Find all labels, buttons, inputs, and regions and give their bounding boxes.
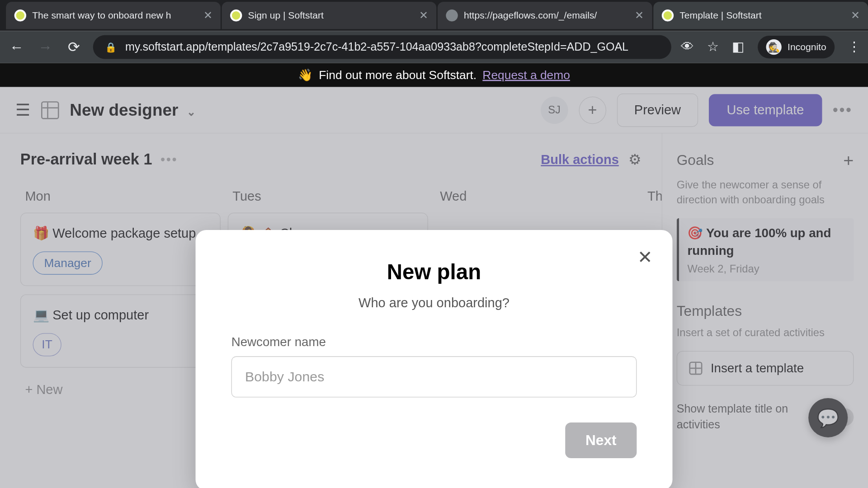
next-button[interactable]: Next — [565, 422, 637, 458]
modal-title: New plan — [231, 260, 637, 285]
close-icon[interactable]: ✕ — [419, 9, 428, 22]
modal-close-button[interactable]: ✕ — [637, 247, 652, 267]
wave-emoji-icon: 👋 — [298, 68, 313, 82]
favicon-icon — [662, 9, 674, 21]
lock-icon: 🔒 — [105, 42, 117, 53]
request-demo-link[interactable]: Request a demo — [482, 68, 570, 82]
incognito-badge[interactable]: 🕵 Incognito — [758, 36, 835, 58]
tab-title: Sign up | Softstart — [248, 10, 413, 21]
tab-title: Template | Softstart — [679, 10, 844, 21]
incognito-label: Incognito — [788, 42, 826, 52]
newcomer-name-input[interactable] — [231, 357, 637, 398]
modal-subtitle: Who are you onboarding? — [231, 296, 637, 311]
promo-banner: 👋 Find out more about Softstart. Request… — [0, 63, 868, 87]
browser-tab[interactable]: Sign up | Softstart ✕ — [222, 2, 437, 29]
browser-tab-strip: The smart way to onboard new h ✕ Sign up… — [0, 0, 868, 31]
url-text: my.softstart.app/templates/2c7a9519-2c7c… — [125, 41, 628, 54]
close-icon[interactable]: ✕ — [203, 9, 212, 22]
modal-overlay[interactable]: ✕ New plan Who are you onboarding? Newco… — [0, 87, 868, 488]
tab-title: https://pageflows.com/_/emails/ — [464, 10, 629, 21]
address-bar: ← → ⟳ 🔒 my.softstart.app/templates/2c7a9… — [0, 31, 868, 63]
browser-tab[interactable]: The smart way to onboard new h ✕ — [6, 2, 221, 29]
extensions-icon[interactable]: ◧ — [732, 39, 745, 55]
new-plan-modal: ✕ New plan Who are you onboarding? Newco… — [196, 230, 673, 488]
browser-tab[interactable]: https://pageflows.com/_/emails/ ✕ — [438, 2, 652, 29]
url-input[interactable]: 🔒 my.softstart.app/templates/2c7a9519-2c… — [93, 35, 671, 59]
back-button[interactable]: ← — [7, 39, 26, 56]
close-icon[interactable]: ✕ — [851, 9, 860, 22]
bookmark-star-icon[interactable]: ☆ — [707, 39, 719, 55]
browser-tab-active[interactable]: Template | Softstart ✕ — [653, 2, 868, 29]
kebab-menu-icon[interactable]: ⋮ — [848, 39, 861, 55]
close-icon[interactable]: ✕ — [635, 9, 644, 22]
favicon-icon — [446, 9, 458, 21]
newcomer-name-label: Newcomer name — [231, 335, 637, 349]
forward-button[interactable]: → — [36, 39, 55, 56]
reload-button[interactable]: ⟳ — [64, 39, 83, 56]
banner-text: Find out more about Softstart. — [319, 68, 476, 82]
favicon-icon — [14, 9, 26, 21]
eye-off-icon[interactable]: 👁 — [681, 39, 694, 55]
incognito-icon: 🕵 — [766, 39, 782, 55]
favicon-icon — [230, 9, 242, 21]
tab-title: The smart way to onboard new h — [32, 10, 197, 21]
